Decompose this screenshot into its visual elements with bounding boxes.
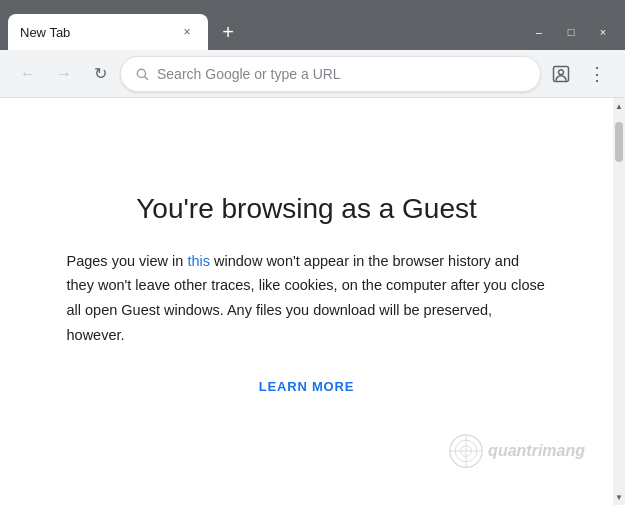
omnibox[interactable]: Search Google or type a URL <box>120 56 541 92</box>
window-controls: – □ × <box>525 22 617 42</box>
page-heading: You're browsing as a Guest <box>136 193 477 225</box>
guest-description: Pages you view in this window won't appe… <box>67 249 547 348</box>
watermark-icon <box>448 433 484 469</box>
maximize-button[interactable]: □ <box>557 22 585 42</box>
omnibox-placeholder: Search Google or type a URL <box>157 66 526 82</box>
scrollbar[interactable]: ▲ ▼ <box>613 98 625 505</box>
forward-button[interactable]: → <box>48 58 80 90</box>
scrollbar-track[interactable] <box>613 114 625 489</box>
more-options-button[interactable]: ⋮ <box>581 58 613 90</box>
watermark-text: quantrimang <box>488 442 585 460</box>
new-tab-button[interactable]: + <box>212 16 244 48</box>
learn-more-link[interactable]: LEARN MORE <box>259 379 354 394</box>
tab-close-button[interactable]: × <box>178 23 196 41</box>
close-button[interactable]: × <box>589 22 617 42</box>
svg-point-0 <box>137 69 145 77</box>
minimize-button[interactable]: – <box>525 22 553 42</box>
search-icon <box>135 67 149 81</box>
watermark: quantrimang <box>448 433 585 469</box>
svg-point-3 <box>559 69 564 74</box>
toolbar: ← → ↻ Search Google or type a URL ⋮ <box>0 50 625 98</box>
page-content: You're browsing as a Guest Pages you vie… <box>0 98 613 505</box>
svg-line-1 <box>145 76 148 79</box>
profile-button[interactable] <box>545 58 577 90</box>
scroll-down-button[interactable]: ▼ <box>613 489 625 505</box>
back-button[interactable]: ← <box>12 58 44 90</box>
reload-button[interactable]: ↻ <box>84 58 116 90</box>
content-area: You're browsing as a Guest Pages you vie… <box>0 98 625 505</box>
active-tab[interactable]: New Tab × <box>8 14 208 50</box>
title-bar: New Tab × + – □ × <box>0 0 625 50</box>
tab-title: New Tab <box>20 25 170 40</box>
scroll-up-button[interactable]: ▲ <box>613 98 625 114</box>
scrollbar-thumb[interactable] <box>615 122 623 162</box>
